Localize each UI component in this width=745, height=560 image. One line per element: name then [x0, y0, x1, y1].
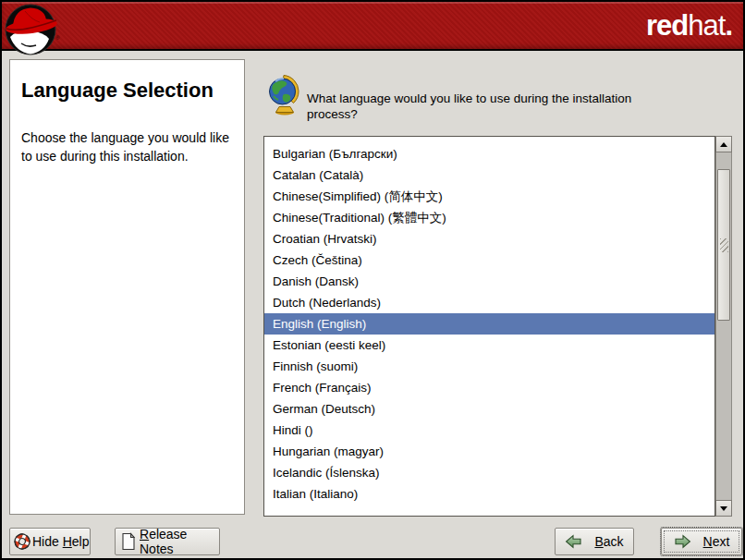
- wordmark-hat: hat: [688, 9, 725, 42]
- installer-window: ® redhat. Language Selection Choose the …: [0, 0, 745, 560]
- language-row[interactable]: Bulgarian (Български): [264, 143, 714, 164]
- wordmark-dot: .: [725, 9, 732, 42]
- next-label: Next: [703, 534, 730, 549]
- registered-trademark: ®: [55, 35, 59, 41]
- scroll-down-button[interactable]: [715, 500, 732, 517]
- help-text: Choose the language you would like to us…: [21, 128, 232, 165]
- language-row[interactable]: Czech (Čeština): [264, 250, 714, 271]
- language-row[interactable]: Chinese(Simplified) (简体中文): [264, 186, 714, 207]
- redhat-shadowman-logo: [3, 3, 60, 60]
- question-text: What language would you like to use duri…: [307, 91, 638, 122]
- language-list-scrollbar: [715, 136, 732, 517]
- arrow-down-icon: [720, 506, 727, 511]
- language-list[interactable]: Bulgarian (Български)Catalan (Català)Chi…: [263, 136, 715, 517]
- language-row[interactable]: Danish (Dansk): [264, 271, 714, 292]
- page-title: Language Selection: [21, 79, 231, 103]
- help-panel: Language Selection Choose the language y…: [9, 59, 245, 515]
- scroll-up-button[interactable]: [715, 136, 732, 152]
- language-row[interactable]: Croatian (Hrvatski): [264, 228, 714, 250]
- life-buoy-icon: [13, 532, 31, 551]
- language-row[interactable]: Italian (Italiano): [264, 483, 714, 505]
- language-row[interactable]: Estonian (eesti keel): [264, 335, 714, 356]
- language-row[interactable]: Finnish (suomi): [264, 356, 714, 377]
- language-row[interactable]: Chinese(Traditional) (繁體中文): [264, 207, 714, 228]
- language-row[interactable]: Dutch (Nederlands): [264, 292, 714, 313]
- scrollbar-track[interactable]: [715, 152, 732, 500]
- language-row[interactable]: English (English): [264, 313, 714, 335]
- back-label: Back: [594, 534, 623, 549]
- hide-help-button[interactable]: Hide Help: [9, 528, 91, 555]
- hide-help-label: Hide Help: [32, 534, 90, 549]
- release-notes-button[interactable]: Release Notes: [115, 528, 220, 555]
- document-icon: [119, 532, 138, 551]
- language-row[interactable]: Icelandic (Íslenska): [264, 462, 714, 483]
- arrow-up-icon: [720, 142, 727, 147]
- back-button[interactable]: Back: [555, 528, 634, 555]
- language-row[interactable]: French (Français): [264, 377, 714, 398]
- arrow-right-icon: [674, 534, 691, 549]
- scrollbar-thumb[interactable]: [717, 169, 730, 321]
- release-notes-label: Release Notes: [140, 527, 219, 556]
- language-row[interactable]: Hungarian (magyar): [264, 441, 714, 462]
- language-row[interactable]: Catalan (Català): [264, 164, 714, 186]
- globe-icon: [267, 74, 302, 116]
- next-button[interactable]: Next: [661, 528, 742, 555]
- language-row[interactable]: German (Deutsch): [264, 398, 714, 420]
- wordmark-red: red: [646, 9, 688, 42]
- header-banner: [2, 2, 743, 51]
- arrow-left-icon: [565, 534, 582, 549]
- redhat-wordmark: redhat.: [646, 10, 732, 42]
- language-row[interactable]: Hindi (): [264, 420, 714, 441]
